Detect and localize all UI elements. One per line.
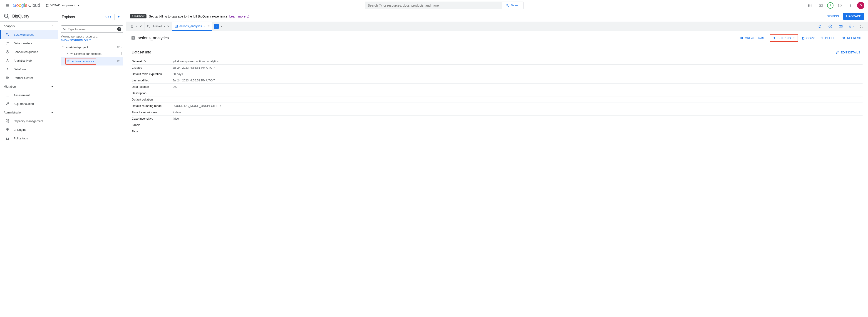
nav-dataform[interactable]: Dataform (0, 65, 58, 74)
svg-point-39 (69, 60, 69, 61)
project-name: YDTAK test project (51, 4, 75, 7)
chevron-down-icon (76, 3, 81, 7)
tab-dataset[interactable]: actions_analytics ✕ (172, 22, 212, 31)
notifications-badge[interactable]: 1 (827, 2, 834, 9)
chevron-down-icon (203, 24, 206, 28)
plus-icon (100, 15, 104, 19)
explorer-search[interactable]: ? (61, 26, 123, 33)
svg-point-33 (122, 48, 122, 48)
nav-partner-center[interactable]: Partner Center (0, 74, 58, 82)
lightbulb-icon[interactable] (847, 22, 856, 31)
create-table-button[interactable]: CREATE TABLE (738, 34, 769, 41)
tree-project-row[interactable]: ydtak-test-project (61, 44, 123, 51)
chevron-down-icon (792, 36, 795, 40)
svg-point-59 (774, 37, 775, 38)
star-icon[interactable] (117, 59, 120, 63)
more-icon[interactable] (120, 52, 123, 56)
content-header: actions_analytics CREATE TABLE SHARING C… (126, 31, 868, 45)
svg-point-6 (811, 4, 811, 4)
svg-rect-46 (175, 25, 178, 27)
svg-point-21 (6, 61, 7, 62)
star-icon[interactable] (117, 45, 120, 49)
section-migration[interactable]: Migration (0, 82, 58, 91)
show-starred-link[interactable]: SHOW STARRED ONLY (61, 39, 91, 42)
search-button[interactable]: Search (502, 2, 524, 9)
nav-sql-translation[interactable]: SQL translation (0, 99, 58, 108)
help-icon[interactable]: ? (835, 1, 844, 10)
external-link-icon (246, 15, 249, 18)
close-icon[interactable]: ✕ (207, 24, 210, 28)
more-icon[interactable] (120, 59, 123, 63)
explorer-search-input[interactable] (68, 28, 116, 31)
cloud-shell-icon[interactable] (816, 1, 825, 10)
collapse-panel-button[interactable] (115, 13, 122, 20)
table-row: Description (132, 90, 863, 96)
tree-external-row[interactable]: External connections (61, 51, 123, 57)
transfer-icon (5, 41, 9, 45)
svg-point-20 (7, 59, 8, 60)
svg-rect-53 (132, 37, 134, 39)
svg-point-43 (122, 61, 122, 61)
tab-untitled[interactable]: Untitled ✕ (145, 22, 172, 31)
top-bar: Google Cloud YDTAK test project Search 1… (0, 0, 868, 11)
avatar[interactable]: D (857, 2, 864, 9)
svg-point-23 (7, 77, 8, 78)
left-nav: BigQuery Analysis SQL workspace Data tra… (0, 11, 58, 317)
dismiss-button[interactable]: DISMISS (825, 13, 841, 19)
nav-analytics-hub[interactable]: Analytics Hub (0, 56, 58, 65)
svg-point-4 (808, 4, 809, 4)
section-administration[interactable]: Administration (0, 108, 58, 117)
dashboard-icon (5, 119, 9, 123)
fullscreen-icon[interactable] (857, 22, 866, 31)
sharing-button[interactable]: SHARING (770, 34, 798, 42)
chevron-down-icon[interactable] (220, 24, 223, 28)
grid-icon (5, 127, 9, 132)
svg-point-32 (122, 47, 122, 47)
search-help-icon[interactable]: ? (117, 27, 121, 31)
info-icon[interactable] (826, 22, 835, 31)
svg-point-57 (133, 38, 134, 39)
svg-rect-27 (6, 122, 7, 122)
upgrade-button[interactable]: UPGRADE (843, 13, 864, 20)
add-button[interactable]: ADD (99, 14, 112, 20)
more-icon[interactable] (846, 1, 855, 10)
edit-details-button[interactable]: EDIT DETAILS (834, 49, 863, 56)
home-shortcut-icon[interactable] (815, 22, 825, 31)
svg-point-44 (122, 62, 122, 62)
svg-point-38 (68, 60, 69, 61)
pencil-icon (836, 50, 839, 54)
svg-point-24 (8, 77, 9, 78)
new-tab-button[interactable]: + (214, 24, 219, 29)
nav-capacity-management[interactable]: Capacity management (0, 117, 58, 125)
svg-point-5 (810, 4, 810, 4)
project-picker[interactable]: YDTAK test project (43, 2, 83, 9)
nav-scheduled-queries[interactable]: Scheduled queries (0, 48, 58, 56)
svg-rect-60 (803, 37, 804, 39)
search-icon (5, 32, 9, 37)
nav-sql-workspace[interactable]: SQL workspace (0, 30, 58, 39)
section-analysis[interactable]: Analysis (0, 22, 58, 30)
close-icon[interactable]: ✕ (140, 25, 142, 28)
close-icon[interactable]: ✕ (167, 25, 169, 28)
hamburger-menu[interactable] (2, 0, 13, 11)
search-input[interactable] (365, 2, 502, 9)
svg-point-7 (808, 5, 809, 6)
main-content: SANDBOX Set up billing to upgrade to the… (126, 11, 868, 317)
refresh-button[interactable]: REFRESH (840, 34, 864, 41)
keyboard-icon[interactable] (836, 22, 845, 31)
nav-bi-engine[interactable]: BI Engine (0, 125, 58, 134)
tree-dataset-row[interactable]: actions_analytics (61, 57, 123, 65)
chevron-down-icon (61, 45, 64, 49)
learn-more-link[interactable]: Learn more (229, 15, 249, 18)
nav-assessment[interactable]: Assessment (0, 91, 58, 99)
tab-home[interactable]: ✕ (128, 22, 145, 31)
nav-policy-tags[interactable]: Policy tags (0, 134, 58, 143)
more-icon[interactable] (120, 45, 123, 49)
copy-button[interactable]: COPY (799, 34, 817, 41)
svg-point-41 (69, 61, 69, 61)
nav-data-transfers[interactable]: Data transfers (0, 39, 58, 48)
apps-icon[interactable] (805, 1, 814, 10)
delete-button[interactable]: DELETE (818, 34, 839, 41)
product-title: BigQuery (12, 14, 29, 19)
gcloud-logo[interactable]: Google Cloud (13, 3, 40, 8)
